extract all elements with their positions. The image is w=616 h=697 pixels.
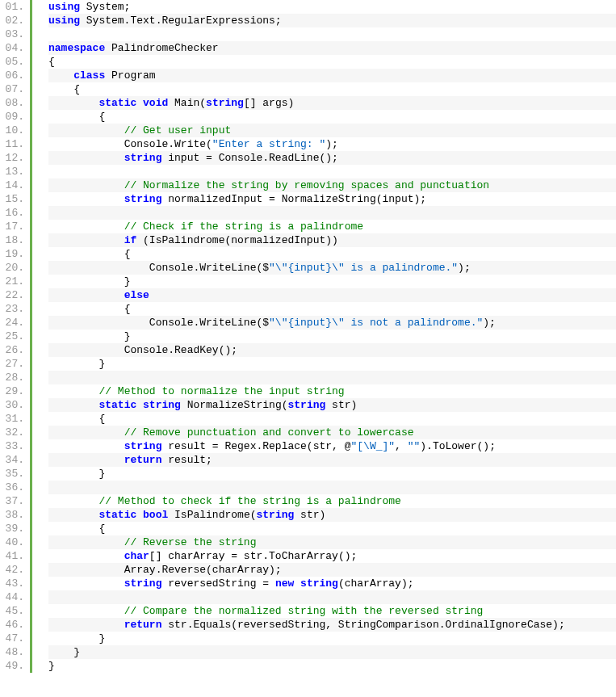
- line-number: 37.: [0, 494, 27, 508]
- code-line[interactable]: // Compare the normalized string with th…: [48, 604, 616, 618]
- code-line[interactable]: string input = Console.ReadLine();: [48, 151, 616, 165]
- line-number: 22.: [0, 288, 27, 302]
- line-number: 09.: [0, 110, 27, 124]
- code-line[interactable]: }: [48, 357, 616, 371]
- code-line[interactable]: {: [48, 302, 616, 316]
- code-line[interactable]: }: [48, 645, 616, 659]
- line-number: 13.: [0, 165, 27, 178]
- line-number: 04.: [0, 41, 27, 55]
- line-number: 33.: [0, 439, 27, 453]
- line-number: 45.: [0, 604, 27, 618]
- code-line[interactable]: // Method to normalize the input string: [48, 384, 616, 398]
- line-number: 01.: [0, 0, 27, 14]
- line-number: 03.: [0, 27, 27, 41]
- line-number: 19.: [0, 247, 27, 261]
- line-number: 15.: [0, 192, 27, 206]
- line-number: 43.: [0, 577, 27, 590]
- code-line[interactable]: // Check if the string is a palindrome: [48, 220, 616, 233]
- code-line[interactable]: {: [48, 82, 616, 96]
- line-number: 08.: [0, 96, 27, 110]
- code-line[interactable]: string result = Regex.Replace(str, @"[\W…: [48, 439, 616, 453]
- code-line[interactable]: // Normalize the string by removing spac…: [48, 178, 616, 192]
- code-line[interactable]: static bool IsPalindrome(string str): [48, 508, 616, 522]
- code-line[interactable]: [48, 206, 616, 220]
- line-number: 46.: [0, 618, 27, 632]
- code-line[interactable]: {: [48, 247, 616, 261]
- line-number: 21.: [0, 275, 27, 288]
- code-line[interactable]: [48, 165, 616, 178]
- line-number: 20.: [0, 261, 27, 275]
- code-line[interactable]: // Get user input: [48, 124, 616, 137]
- code-line[interactable]: static string NormalizeString(string str…: [48, 398, 616, 412]
- line-number: 11.: [0, 137, 27, 151]
- line-number: 12.: [0, 151, 27, 165]
- code-line[interactable]: string normalizedInput = NormalizeString…: [48, 192, 616, 206]
- code-line[interactable]: if (IsPalindrome(normalizedInput)): [48, 233, 616, 247]
- line-number-gutter: 01.02.03.04.05.06.07.08.09.10.11.12.13.1…: [0, 0, 32, 673]
- code-line[interactable]: Console.WriteLine($"\"{input}\" is not a…: [48, 316, 616, 330]
- line-number: 35.: [0, 467, 27, 481]
- code-line[interactable]: Array.Reverse(charArray);: [48, 563, 616, 577]
- code-line[interactable]: // Remove punctuation and convert to low…: [48, 426, 616, 439]
- line-number: 30.: [0, 398, 27, 412]
- code-line[interactable]: else: [48, 288, 616, 302]
- code-line[interactable]: Console.WriteLine($"\"{input}\" is a pal…: [48, 261, 616, 275]
- line-number: 32.: [0, 426, 27, 439]
- line-number: 49.: [0, 659, 27, 673]
- code-line[interactable]: {: [48, 412, 616, 426]
- code-line[interactable]: class Program: [48, 69, 616, 82]
- line-number: 42.: [0, 563, 27, 577]
- code-line[interactable]: [48, 371, 616, 384]
- code-line[interactable]: {: [48, 55, 616, 69]
- line-number: 05.: [0, 55, 27, 69]
- line-number: 02.: [0, 14, 27, 27]
- line-number: 31.: [0, 412, 27, 426]
- code-line[interactable]: using System;: [48, 0, 616, 14]
- code-line[interactable]: // Method to check if the string is a pa…: [48, 494, 616, 508]
- code-line[interactable]: }: [48, 659, 616, 673]
- line-number: 47.: [0, 632, 27, 645]
- code-line[interactable]: [48, 590, 616, 604]
- code-line[interactable]: [48, 481, 616, 494]
- line-number: 10.: [0, 124, 27, 137]
- line-number: 17.: [0, 220, 27, 233]
- line-number: 29.: [0, 384, 27, 398]
- code-line[interactable]: static void Main(string[] args): [48, 96, 616, 110]
- line-number: 34.: [0, 453, 27, 467]
- line-number: 44.: [0, 590, 27, 604]
- line-number: 24.: [0, 316, 27, 330]
- code-content[interactable]: using System;using System.Text.RegularEx…: [32, 0, 616, 673]
- line-number: 48.: [0, 645, 27, 659]
- line-number: 06.: [0, 69, 27, 82]
- line-number: 28.: [0, 371, 27, 384]
- line-number: 27.: [0, 357, 27, 371]
- line-number: 26.: [0, 343, 27, 357]
- code-line[interactable]: return str.Equals(reversedString, String…: [48, 618, 616, 632]
- code-line[interactable]: using System.Text.RegularExpressions;: [48, 14, 616, 27]
- line-number: 39.: [0, 522, 27, 535]
- line-number: 41.: [0, 549, 27, 563]
- line-number: 23.: [0, 302, 27, 316]
- line-number: 36.: [0, 481, 27, 494]
- code-line[interactable]: }: [48, 275, 616, 288]
- line-number: 25.: [0, 330, 27, 343]
- line-number: 40.: [0, 535, 27, 549]
- code-line[interactable]: // Reverse the string: [48, 535, 616, 549]
- code-line[interactable]: string reversedString = new string(charA…: [48, 577, 616, 590]
- code-line[interactable]: Console.ReadKey();: [48, 343, 616, 357]
- code-line[interactable]: namespace PalindromeChecker: [48, 41, 616, 55]
- code-line[interactable]: Console.Write("Enter a string: ");: [48, 137, 616, 151]
- code-line[interactable]: }: [48, 330, 616, 343]
- code-line[interactable]: [48, 27, 616, 41]
- code-line[interactable]: {: [48, 110, 616, 124]
- code-line[interactable]: char[] charArray = str.ToCharArray();: [48, 549, 616, 563]
- code-block: 01.02.03.04.05.06.07.08.09.10.11.12.13.1…: [0, 0, 616, 673]
- code-line[interactable]: }: [48, 632, 616, 645]
- code-line[interactable]: {: [48, 522, 616, 535]
- line-number: 16.: [0, 206, 27, 220]
- code-line[interactable]: return result;: [48, 453, 616, 467]
- line-number: 07.: [0, 82, 27, 96]
- line-number: 38.: [0, 508, 27, 522]
- line-number: 14.: [0, 178, 27, 192]
- code-line[interactable]: }: [48, 467, 616, 481]
